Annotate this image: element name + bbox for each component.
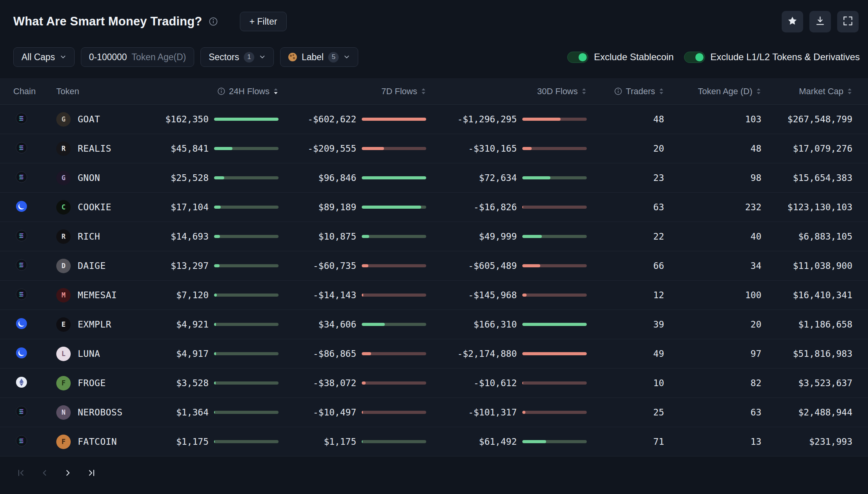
flow-24h-cell: $14,693	[164, 231, 279, 242]
sort-icon	[756, 88, 761, 95]
flow-7d-cell: $10,875	[279, 231, 426, 242]
flow-24h-cell: $3,528	[164, 378, 279, 388]
solana-chain-icon	[16, 288, 27, 300]
table-row[interactable]: M MEMESAI $7,120 -$14,143 -$145,968 12 1…	[0, 281, 868, 310]
download-button[interactable]	[809, 11, 831, 32]
flow-30d-cell: $61,492	[426, 437, 587, 447]
previous-page-button[interactable]	[37, 466, 52, 481]
token-age-label: Token Age(D)	[132, 52, 186, 63]
table-row[interactable]: G GNON $25,528 $96,846 $72,634 23 98 $15…	[0, 163, 868, 193]
download-icon	[815, 16, 825, 28]
market-cap-value: $1,186,658	[761, 319, 852, 329]
add-filter-button[interactable]: + Filter	[240, 12, 287, 31]
table-row[interactable]: R RICH $14,693 $10,875 $49,999 22 40 $6,…	[0, 222, 868, 251]
token-age-filter[interactable]: 0-100000 Token Age(D)	[81, 47, 195, 67]
exclude-stablecoin-toggle[interactable]	[567, 52, 588, 63]
base-chain-icon	[16, 347, 27, 359]
column-header-token: Token	[56, 86, 164, 97]
token-name: FATCOIN	[78, 437, 117, 447]
flow-30d-cell: -$310,165	[426, 143, 587, 154]
info-icon	[614, 87, 622, 95]
table-row[interactable]: D DAIGE $13,297 -$60,735 -$605,489 66 34…	[0, 251, 868, 281]
table-row[interactable]: R REALIS $45,841 -$209,555 -$310,165 20 …	[0, 134, 868, 163]
sort-icon	[847, 88, 852, 95]
flow-30d-bar	[522, 118, 587, 121]
market-cap-value: $123,130,103	[761, 202, 852, 212]
flow-30d-bar	[522, 411, 587, 414]
solana-chain-icon	[16, 113, 27, 124]
table-row[interactable]: F FROGE $3,528 -$38,072 -$10,612 10 82 $…	[0, 369, 868, 398]
last-page-button[interactable]	[84, 466, 99, 481]
flow-7d-value: -$602,622	[279, 114, 356, 124]
flow-30d-value: -$1,296,295	[426, 114, 517, 124]
flow-7d-bar	[362, 206, 426, 209]
flow-24h-value: $1,364	[164, 407, 209, 417]
flow-30d-value: -$605,489	[426, 261, 517, 271]
market-cap-filter[interactable]: All Caps	[13, 47, 75, 67]
exclude-l1l2-toggle[interactable]	[684, 52, 705, 63]
exclude-l1l2-group: Exclude L1/L2 Tokens & Derivatives	[684, 52, 860, 63]
flow-7d-bar	[362, 440, 426, 443]
table-row[interactable]: N NEROBOSS $1,364 -$10,497 -$101,317 25 …	[0, 398, 868, 427]
column-header-30d-flows[interactable]: 30D Flows	[426, 86, 587, 97]
flow-30d-cell: $72,634	[426, 173, 587, 183]
flow-24h-value: $4,917	[164, 349, 209, 359]
token-avatar: L	[56, 347, 71, 361]
table-row[interactable]: L LUNA $4,917 -$86,865 -$2,174,880 49 97…	[0, 339, 868, 369]
label-filter[interactable]: Label 5	[280, 47, 358, 67]
flow-7d-value: -$14,143	[279, 290, 356, 300]
traders-value: 23	[587, 173, 664, 183]
token-age-value: 63	[664, 407, 761, 417]
market-cap-value: $16,410,341	[761, 290, 852, 300]
flow-7d-value: $10,875	[279, 231, 356, 242]
solana-chain-icon	[16, 406, 27, 417]
sort-icon	[581, 88, 587, 95]
token-age-value: 0-100000	[89, 52, 127, 63]
table-row[interactable]: F FATCOIN $1,175 $1,175 $61,492 71 13 $2…	[0, 427, 868, 456]
next-page-button[interactable]	[60, 466, 76, 481]
fullscreen-icon	[843, 16, 853, 28]
flow-30d-cell: -$16,826	[426, 202, 587, 212]
fullscreen-button[interactable]	[837, 11, 859, 32]
flow-7d-value: $89,189	[279, 202, 356, 212]
flow-7d-bar	[362, 264, 426, 267]
base-chain-icon	[16, 200, 27, 212]
info-icon[interactable]	[209, 17, 218, 26]
traders-value: 63	[587, 202, 664, 212]
ethereum-chain-icon	[16, 376, 27, 388]
token-avatar: F	[56, 435, 71, 449]
table-row[interactable]: C COOKIE $17,104 $89,189 -$16,826 63 232…	[0, 193, 868, 222]
column-header-market-cap[interactable]: Market Cap	[761, 86, 852, 97]
column-header-traders[interactable]: Traders	[587, 86, 664, 97]
flow-30d-value: $49,999	[426, 231, 517, 242]
traders-value: 12	[587, 290, 664, 300]
traders-value: 66	[587, 261, 664, 271]
flow-30d-bar	[522, 323, 587, 326]
column-header-chain: Chain	[13, 86, 56, 97]
token-avatar: F	[56, 376, 71, 390]
exclude-l1l2-label: Exclude L1/L2 Tokens & Derivatives	[711, 52, 860, 63]
first-page-button[interactable]	[13, 466, 29, 481]
flow-24h-bar	[214, 264, 279, 267]
table-header: Chain Token 24H Flows 7D Flows	[0, 78, 868, 105]
token-age-value: 232	[664, 202, 761, 212]
flow-7d-value: -$60,735	[279, 261, 356, 271]
base-chain-icon	[16, 318, 27, 329]
flow-7d-value: $34,606	[279, 319, 356, 329]
column-header-token-age[interactable]: Token Age (D)	[664, 86, 761, 97]
token-name: REALIS	[78, 143, 111, 154]
table-row[interactable]: E EXMPLR $4,921 $34,606 $166,310 39 20 $…	[0, 310, 868, 339]
token-avatar: D	[56, 259, 71, 273]
column-header-24h-flows[interactable]: 24H Flows	[164, 86, 279, 97]
flow-7d-bar	[362, 381, 426, 385]
flow-24h-bar	[214, 147, 279, 150]
flow-24h-value: $3,528	[164, 378, 209, 388]
table-row[interactable]: G GOAT $162,350 -$602,622 -$1,296,295 48…	[0, 105, 868, 134]
favorite-button[interactable]	[782, 11, 803, 32]
sectors-filter[interactable]: Sectors 1	[200, 47, 274, 67]
column-header-7d-flows[interactable]: 7D Flows	[279, 86, 426, 97]
flow-7d-value: -$209,555	[279, 143, 356, 154]
sectors-filter-label: Sectors	[209, 52, 239, 63]
token-age-value: 97	[664, 349, 761, 359]
cookie-icon	[288, 53, 297, 61]
